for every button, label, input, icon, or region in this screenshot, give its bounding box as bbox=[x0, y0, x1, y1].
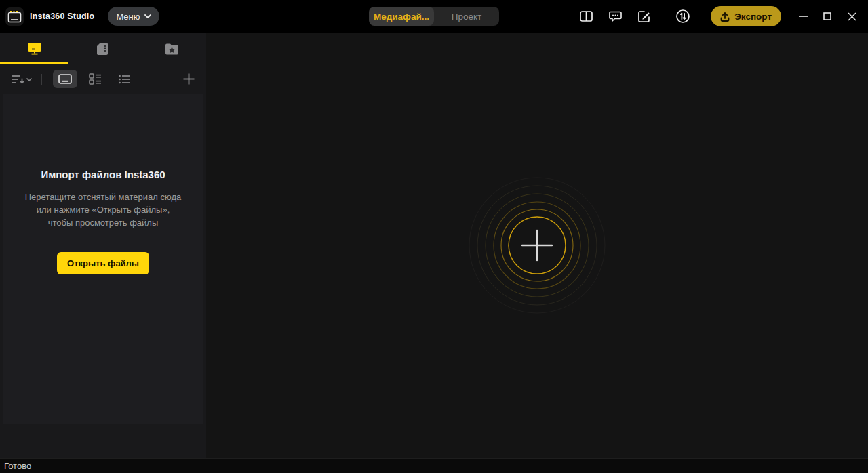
tab-project[interactable]: Проект bbox=[434, 7, 499, 26]
grid-view-button[interactable] bbox=[83, 70, 107, 88]
titlebar: Insta360 Studio Меню Медиафай... Проект bbox=[0, 0, 868, 33]
media-sidebar: Импорт файлов Insta360 Перетащите отснят… bbox=[0, 33, 206, 458]
menu-button-label: Меню bbox=[116, 12, 140, 22]
menu-chevron-icon bbox=[144, 14, 151, 18]
import-drop-zone[interactable]: Импорт файлов Insta360 Перетащите отснят… bbox=[3, 94, 203, 424]
large-view-icon bbox=[58, 74, 72, 84]
sidebar-footer bbox=[0, 424, 206, 458]
minimize-icon[interactable] bbox=[791, 0, 815, 33]
add-icon bbox=[183, 73, 195, 85]
feedback-icon[interactable] bbox=[608, 9, 623, 24]
list-view-button[interactable] bbox=[113, 70, 137, 88]
sidebar-toolbar bbox=[0, 64, 206, 94]
app-title: Insta360 Studio bbox=[30, 12, 94, 21]
edit-note-icon[interactable] bbox=[637, 9, 652, 24]
export-button-label: Экспорт bbox=[734, 12, 772, 22]
menu-button[interactable]: Меню bbox=[108, 7, 159, 26]
titlebar-right: Экспорт bbox=[578, 0, 868, 33]
plus-icon bbox=[522, 230, 552, 260]
export-button[interactable]: Экспорт bbox=[711, 6, 781, 26]
import-title: Импорт файлов Insta360 bbox=[41, 169, 165, 180]
status-text: Готово bbox=[0, 461, 31, 471]
sidebar-tab-media[interactable] bbox=[0, 33, 68, 64]
sort-icon[interactable] bbox=[12, 73, 32, 85]
active-tab-underline bbox=[0, 62, 68, 64]
close-icon[interactable] bbox=[840, 0, 864, 33]
import-description: Перетащите отснятый материал сюда или на… bbox=[24, 190, 182, 230]
add-media-button[interactable] bbox=[183, 73, 195, 85]
tab-media-files[interactable]: Медиафай... bbox=[369, 7, 434, 26]
preview-canvas bbox=[206, 33, 868, 458]
grid-view-icon bbox=[89, 73, 102, 85]
add-media-target[interactable] bbox=[462, 171, 612, 320]
task-queue-icon[interactable] bbox=[675, 9, 690, 24]
statusbar: Готово bbox=[0, 458, 868, 473]
large-view-button[interactable] bbox=[53, 70, 77, 88]
dual-view-icon[interactable] bbox=[578, 9, 593, 24]
maximize-icon[interactable] bbox=[815, 0, 840, 33]
upload-icon bbox=[720, 12, 730, 22]
workspace-tabs: Медиафай... Проект bbox=[369, 7, 499, 26]
window-controls bbox=[791, 0, 864, 33]
favorites-folder-icon bbox=[165, 43, 179, 55]
sidebar-tab-sd-card[interactable] bbox=[68, 33, 137, 64]
list-view-icon bbox=[119, 75, 131, 84]
concentric-rings bbox=[462, 171, 612, 320]
sidebar-tab-favorites[interactable] bbox=[138, 33, 206, 64]
app-logo-icon bbox=[5, 7, 24, 26]
sd-card-icon bbox=[97, 42, 108, 56]
media-library-icon bbox=[27, 42, 42, 55]
sidebar-tabs bbox=[0, 33, 206, 64]
toolbar-divider bbox=[41, 74, 42, 85]
open-files-button[interactable]: Открыть файлы bbox=[57, 252, 149, 274]
titlebar-left: Insta360 Studio Меню bbox=[0, 7, 159, 26]
